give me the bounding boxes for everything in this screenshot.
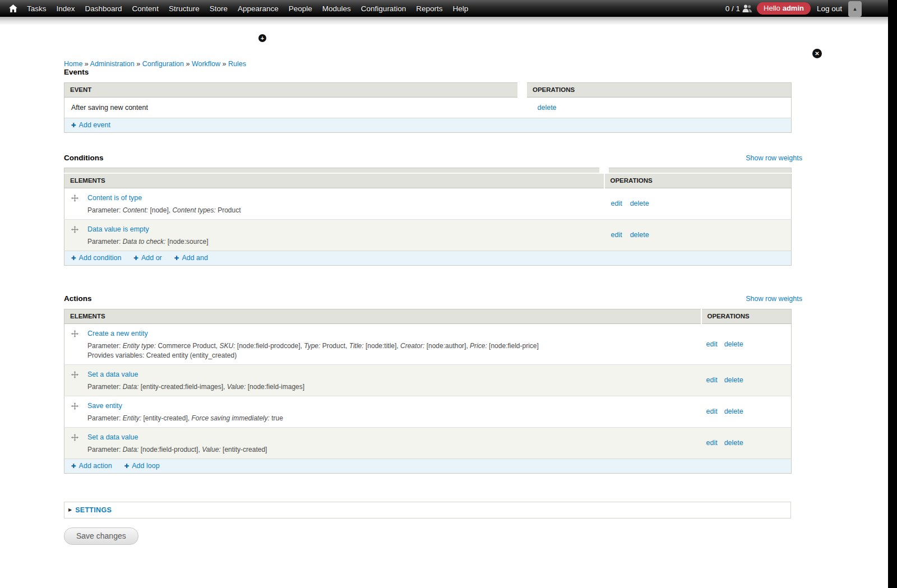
right-black-strip — [888, 0, 897, 588]
delete-link[interactable]: delete — [630, 231, 649, 239]
element-title: After saving new content — [71, 104, 148, 112]
collapsed-arrow-icon: ▶ — [68, 507, 72, 512]
drag-handle-icon[interactable] — [71, 371, 78, 378]
add-cell: ✚ Add action✚ Add loop — [64, 459, 792, 473]
drag-handle-icon[interactable] — [71, 434, 78, 441]
actions-section: Actions Show row weights ELEMENTSOPERATI… — [64, 294, 791, 474]
delete-link[interactable]: delete — [724, 340, 743, 348]
delete-link[interactable]: delete — [724, 408, 743, 415]
parameter-label: Content: — [123, 206, 148, 214]
edit-link[interactable]: edit — [706, 340, 718, 348]
logout-link[interactable]: Log out — [817, 4, 842, 13]
toolbar-item-dashboard[interactable]: Dashboard — [80, 4, 127, 13]
drag-handle-icon[interactable] — [71, 226, 78, 233]
triangle-up-icon: ▲ — [853, 7, 858, 12]
element-body: Content is of typeParameter: Content: [n… — [87, 194, 599, 215]
toolbar-item-index[interactable]: Index — [52, 4, 80, 13]
plus-icon: ✚ — [124, 462, 130, 469]
edit-link[interactable]: edit — [706, 376, 718, 384]
breadcrumb-link-rules[interactable]: Rules — [228, 60, 246, 68]
delete-link[interactable]: delete — [724, 439, 743, 447]
drag-handle-icon[interactable] — [71, 195, 78, 202]
column-header-operations: OPERATIONS — [523, 83, 792, 98]
edit-link[interactable]: edit — [611, 200, 622, 207]
parameter-label: SKU: — [219, 342, 235, 350]
toolbar-item-modules[interactable]: Modules — [317, 4, 356, 13]
conditions-row: Content is of typeParameter: Content: [n… — [64, 188, 792, 219]
edit-link[interactable]: edit — [706, 408, 718, 415]
greeting-badge[interactable]: Helloadmin — [757, 2, 811, 15]
provides-line: Provides variables: Created entity (enti… — [87, 351, 696, 360]
add-link-add-loop[interactable]: ✚ Add loop — [124, 462, 160, 470]
add-shortcut-icon[interactable]: + — [258, 34, 266, 42]
parameter-label: Price: — [470, 342, 487, 350]
toolbar-item-store[interactable]: Store — [205, 4, 233, 13]
delete-link[interactable]: delete — [724, 376, 743, 384]
toolbar-toggle-button[interactable]: ▲ — [848, 1, 862, 17]
parameter-label: Content types: — [172, 206, 215, 214]
breadcrumb-separator: » — [82, 60, 90, 68]
operations-cell: editdelete — [604, 188, 792, 219]
add-row: ✚ Add action✚ Add loop — [64, 459, 792, 473]
parameter-line: Parameter: Entity type: Commerce Product… — [87, 342, 696, 350]
add-cell: ✚ Add event — [64, 118, 792, 133]
add-link-add-and[interactable]: ✚ Add and — [174, 254, 208, 262]
breadcrumb-link-workflow[interactable]: Workflow — [192, 60, 220, 68]
element-title[interactable]: Save entity — [87, 402, 122, 410]
drag-handle-icon[interactable] — [71, 402, 78, 410]
add-link-add-or[interactable]: ✚ Add or — [133, 254, 161, 262]
element-title[interactable]: Create a new entity — [87, 330, 148, 337]
toolbar-item-configuration[interactable]: Configuration — [356, 4, 411, 13]
add-link-add-action[interactable]: ✚ Add action — [71, 462, 112, 470]
overlay-close-button[interactable]: ✕ — [812, 49, 822, 58]
toolbar-item-help[interactable]: Help — [447, 4, 473, 13]
column-header-operations: OPERATIONS — [604, 173, 792, 188]
breadcrumb-separator: » — [220, 60, 228, 68]
element-title[interactable]: Content is of type — [87, 194, 142, 202]
operations-cell: editdelete — [701, 323, 792, 364]
add-link-add-event[interactable]: ✚ Add event — [71, 121, 110, 129]
edit-link[interactable]: edit — [611, 231, 622, 239]
element-wrap: Set a data valueParameter: Data: [node:f… — [64, 428, 701, 459]
breadcrumb-separator: » — [135, 60, 142, 68]
spacer-cell — [604, 168, 792, 173]
element-body: Set a data valueParameter: Data: [node:f… — [87, 433, 696, 454]
toolbar-item-people[interactable]: People — [284, 4, 317, 13]
breadcrumb-link-administration[interactable]: Administration — [90, 60, 135, 68]
parameter-label: Entity type: — [123, 342, 156, 350]
element-wrap: After saving new content — [64, 98, 523, 118]
element-title[interactable]: Set a data value — [87, 371, 138, 378]
breadcrumb-link-home[interactable]: Home — [64, 60, 82, 68]
toolbar-item-structure[interactable]: Structure — [164, 4, 205, 13]
element-body: Save entityParameter: Entity: [entity-cr… — [87, 402, 696, 423]
element-cell: After saving new content — [64, 98, 523, 118]
delete-link[interactable]: delete — [538, 104, 557, 112]
element-title[interactable]: Data value is empty — [87, 225, 149, 233]
edit-link[interactable]: edit — [706, 439, 718, 447]
online-user-count: 0 / 1 — [725, 4, 740, 13]
add-link-add-condition[interactable]: ✚ Add condition — [71, 254, 121, 262]
toolbar-item-tasks[interactable]: Tasks — [22, 4, 52, 13]
parameter-line: Parameter: Data: [entity-created:field-i… — [87, 383, 696, 391]
show-row-weights-link[interactable]: Show row weights — [746, 154, 802, 162]
parameter-label: Data to check: — [123, 238, 166, 246]
operations-cell: editdelete — [701, 396, 792, 427]
delete-link[interactable]: delete — [630, 200, 649, 207]
element-title[interactable]: Set a data value — [87, 433, 138, 441]
settings-fieldset[interactable]: ▶ SETTINGS — [64, 502, 791, 518]
toolbar-item-appearance[interactable]: Appearance — [233, 4, 284, 13]
events-section: Events EVENTOPERATIONSAfter saving new c… — [64, 68, 791, 133]
drag-handle-icon[interactable] — [71, 330, 78, 337]
spacer-header-row — [64, 168, 792, 173]
toolbar-item-reports[interactable]: Reports — [411, 4, 447, 13]
plus-icon: ✚ — [174, 254, 179, 261]
parameter-line: Parameter: Data: [node:field-product], V… — [87, 446, 696, 454]
column-header-elements: ELEMENTS — [64, 309, 701, 323]
operations-cell: editdelete — [701, 364, 792, 396]
home-icon[interactable] — [4, 4, 22, 12]
events-table: EVENTOPERATIONSAfter saving new contentd… — [64, 82, 792, 133]
show-row-weights-link[interactable]: Show row weights — [746, 295, 802, 303]
breadcrumb-link-configuration[interactable]: Configuration — [142, 60, 184, 68]
toolbar-item-content[interactable]: Content — [127, 4, 164, 13]
save-changes-button[interactable]: Save changes — [64, 527, 138, 545]
